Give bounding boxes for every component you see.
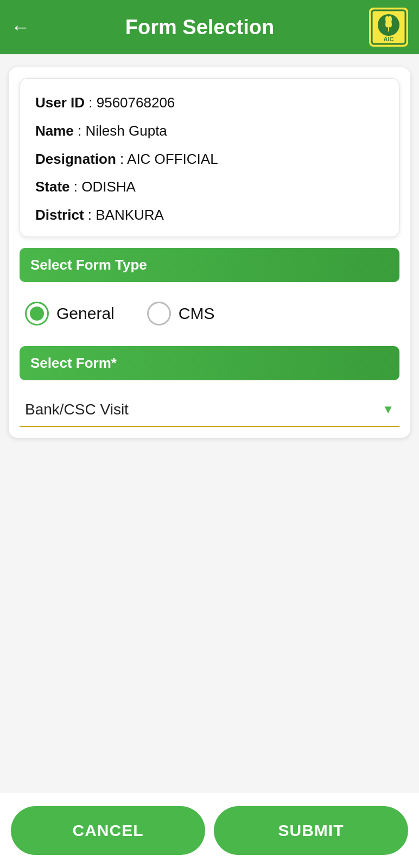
main-card: User ID : 9560768206 Name : Nilesh Gupta… [9,67,410,438]
cancel-button[interactable]: CANCEL [11,806,205,855]
radio-group: General CMS [20,292,399,335]
district-label: District [35,207,84,223]
page-title: Form Selection [30,16,369,39]
user-id-value: 9560768206 [97,94,175,111]
district-row: District : BANKURA [35,206,384,225]
name-value: Nilesh Gupta [86,123,167,139]
radio-general[interactable]: General [25,302,115,326]
radio-cms-circle [147,302,171,326]
submit-button[interactable]: SUBMIT [214,806,408,855]
designation-value: AIC OFFICIAL [127,151,218,167]
user-id-row: User ID : 9560768206 [35,94,384,112]
form-select-dropdown[interactable]: Bank/CSC Visit ▼ [20,390,399,427]
state-label: State [35,178,70,195]
user-id-label: User ID [35,94,85,111]
user-info-box: User ID : 9560768206 Name : Nilesh Gupta… [20,78,399,237]
designation-row: Designation : AIC OFFICIAL [35,150,384,169]
radio-cms-label: CMS [179,304,215,323]
designation-label: Designation [35,151,116,167]
user-id-separator: : [88,94,96,111]
aic-logo: AIC [369,8,408,47]
form-select-header: Select Form* [20,346,399,380]
app-header: ← Form Selection AIC [0,0,419,54]
form-type-header: Select Form Type [20,248,399,282]
state-separator: : [74,178,81,195]
district-value: BANKURA [96,207,164,223]
main-content: User ID : 9560768206 Name : Nilesh Gupta… [0,54,419,814]
dropdown-arrow-icon: ▼ [382,403,394,417]
district-separator: : [88,207,96,223]
radio-general-inner [30,307,44,321]
name-label: Name [35,123,74,139]
state-value: ODISHA [81,178,136,195]
radio-general-label: General [56,304,115,323]
form-type-header-text: Select Form Type [30,257,147,273]
radio-cms[interactable]: CMS [147,302,215,326]
name-row: Name : Nilesh Gupta [35,122,384,141]
form-select-value: Bank/CSC Visit [25,401,129,418]
bottom-buttons: CANCEL SUBMIT [0,793,419,868]
name-separator: : [78,123,85,139]
form-select-header-text: Select Form* [30,355,117,371]
radio-general-circle [25,302,49,326]
svg-text:AIC: AIC [384,36,394,42]
designation-separator: : [120,151,127,167]
back-button[interactable]: ← [11,16,30,39]
state-row: State : ODISHA [35,178,384,196]
form-select-section: Select Form* Bank/CSC Visit ▼ [20,346,399,427]
